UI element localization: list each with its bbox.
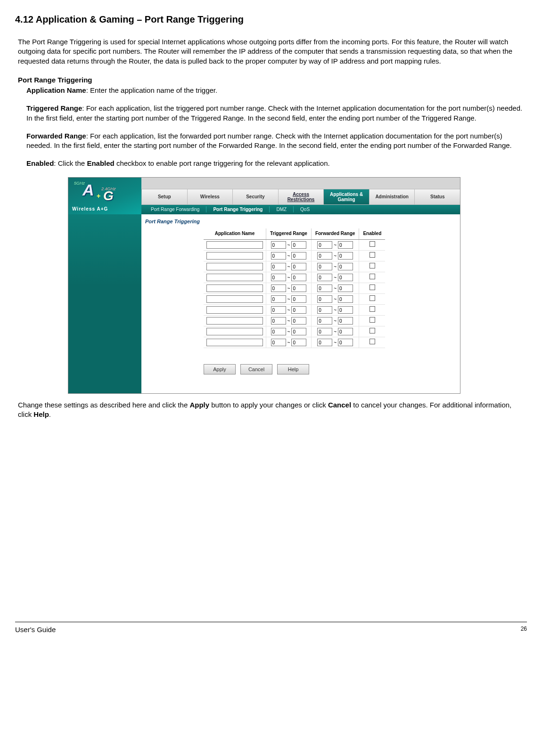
triggered-end-input[interactable] xyxy=(291,285,306,292)
main-tab-administration[interactable]: Administration xyxy=(369,189,415,205)
forwarded-end-input[interactable] xyxy=(338,252,353,260)
forwarded-start-input[interactable] xyxy=(317,295,332,303)
triggered-start-input[interactable] xyxy=(271,295,286,303)
forwarded-end-input[interactable] xyxy=(338,339,353,346)
table-row: ~~ xyxy=(204,316,385,326)
forwarded-start-input[interactable] xyxy=(317,339,332,346)
main-tab-status[interactable]: Status xyxy=(414,189,460,205)
closing-cancel: Cancel xyxy=(328,401,351,409)
triggered-end-input[interactable] xyxy=(291,274,306,281)
enabled-checkbox[interactable] xyxy=(370,295,375,301)
application-name-input[interactable] xyxy=(206,252,263,260)
cancel-button[interactable]: Cancel xyxy=(240,364,272,374)
triggered-end-input[interactable] xyxy=(291,328,306,335)
forwarded-end-input[interactable] xyxy=(338,285,353,292)
main-tab-applications-gaming[interactable]: Applications & Gaming xyxy=(323,189,369,205)
help-button[interactable]: Help xyxy=(277,364,309,374)
table-row: ~~ xyxy=(204,251,385,261)
application-name-input[interactable] xyxy=(206,274,263,281)
triggered-start-input[interactable] xyxy=(271,285,286,292)
table-row: ~~ xyxy=(204,326,385,337)
enabled-checkbox[interactable] xyxy=(370,241,375,247)
main-tab-setup[interactable]: Setup xyxy=(141,189,187,205)
main-tab-security[interactable]: Security xyxy=(232,189,278,205)
forwarded-start-input[interactable] xyxy=(317,317,332,325)
triggered-start-input[interactable] xyxy=(271,263,286,270)
sub-tab-dmz[interactable]: DMZ xyxy=(269,206,293,213)
application-name-input[interactable] xyxy=(206,306,263,314)
forwarded-end-input[interactable] xyxy=(338,263,353,270)
range-separator: ~ xyxy=(286,286,292,291)
definition-enabled: Enabled: Click the Enabled checkbox to e… xyxy=(26,159,527,168)
forwarded-end-input[interactable] xyxy=(338,328,353,335)
term-enabled: Enabled xyxy=(26,159,54,167)
application-name-input[interactable] xyxy=(206,285,263,292)
panel-title: Port Range Triggering xyxy=(141,214,453,226)
triggered-end-input[interactable] xyxy=(291,263,306,270)
logo-plus: + xyxy=(97,192,100,201)
triggered-start-input[interactable] xyxy=(271,328,286,335)
application-name-input[interactable] xyxy=(206,241,263,249)
forwarded-start-input[interactable] xyxy=(317,274,332,281)
port-trigger-table: Application NameTriggered RangeForwarded… xyxy=(204,228,385,349)
enabled-checkbox[interactable] xyxy=(370,339,375,344)
definition-forwarded-range: Forwarded Range: For each application, l… xyxy=(26,131,527,151)
application-name-input[interactable] xyxy=(206,295,263,303)
enabled-checkbox[interactable] xyxy=(370,274,375,279)
main-tab-access-restrictions[interactable]: Access Restrictions xyxy=(278,189,324,205)
closing-mid1: button to apply your changes or click xyxy=(209,401,328,409)
forwarded-start-input[interactable] xyxy=(317,263,332,270)
range-separator: ~ xyxy=(286,243,292,248)
triggered-start-input[interactable] xyxy=(271,252,286,260)
text-forwarded-range: : For each application, list the forward… xyxy=(26,132,512,149)
triggered-end-input[interactable] xyxy=(291,241,306,249)
table-row: ~~ xyxy=(204,283,385,294)
application-name-input[interactable] xyxy=(206,328,263,335)
enabled-checkbox[interactable] xyxy=(370,317,375,323)
triggered-end-input[interactable] xyxy=(291,295,306,303)
sub-tab-port-range-triggering[interactable]: Port Range Triggering xyxy=(206,206,269,213)
forwarded-end-input[interactable] xyxy=(338,317,353,325)
forwarded-end-input[interactable] xyxy=(338,241,353,249)
forwarded-start-input[interactable] xyxy=(317,285,332,292)
forwarded-end-input[interactable] xyxy=(338,306,353,314)
application-name-input[interactable] xyxy=(206,263,263,270)
sub-tab-port-range-forwarding[interactable]: Port Range Forwarding xyxy=(141,206,206,213)
triggered-start-input[interactable] xyxy=(271,306,286,314)
forwarded-end-input[interactable] xyxy=(338,274,353,281)
closing-apply: Apply xyxy=(189,401,209,409)
enabled-checkbox[interactable] xyxy=(370,263,375,268)
triggered-start-input[interactable] xyxy=(271,317,286,325)
sidebar xyxy=(68,214,141,393)
closing-help: Help xyxy=(33,410,49,418)
forwarded-start-input[interactable] xyxy=(317,252,332,260)
forwarded-start-input[interactable] xyxy=(317,241,332,249)
forwarded-start-input[interactable] xyxy=(317,306,332,314)
triggered-end-input[interactable] xyxy=(291,252,306,260)
sub-tab-qos[interactable]: QoS xyxy=(293,206,316,213)
router-ui-screenshot: 5GHz A + G 2.4GHz Wireless A+G SetupWire… xyxy=(68,177,460,394)
application-name-input[interactable] xyxy=(206,317,263,325)
range-separator: ~ xyxy=(286,275,292,280)
triggered-end-input[interactable] xyxy=(291,306,306,314)
enabled-checkbox[interactable] xyxy=(370,306,375,312)
text-enabled-pre: : Click the xyxy=(54,159,87,167)
closing-pre: Change these settings as described here … xyxy=(18,401,189,409)
enabled-checkbox[interactable] xyxy=(370,328,375,333)
table-row: ~~ xyxy=(204,294,385,305)
apply-button[interactable]: Apply xyxy=(204,364,236,374)
triggered-end-input[interactable] xyxy=(291,339,306,346)
application-name-input[interactable] xyxy=(206,339,263,346)
enabled-checkbox[interactable] xyxy=(370,252,375,258)
definition-triggered-range: Triggered Range: For each application, l… xyxy=(26,104,527,123)
logo-24ghz-label: 2.4GHz xyxy=(101,186,116,192)
triggered-end-input[interactable] xyxy=(291,317,306,325)
main-tab-wireless[interactable]: Wireless xyxy=(187,189,233,205)
forwarded-end-input[interactable] xyxy=(338,295,353,303)
forwarded-start-input[interactable] xyxy=(317,328,332,335)
triggered-start-input[interactable] xyxy=(271,339,286,346)
enabled-checkbox[interactable] xyxy=(370,285,375,290)
triggered-start-input[interactable] xyxy=(271,274,286,281)
triggered-start-input[interactable] xyxy=(271,241,286,249)
range-separator: ~ xyxy=(286,340,292,345)
